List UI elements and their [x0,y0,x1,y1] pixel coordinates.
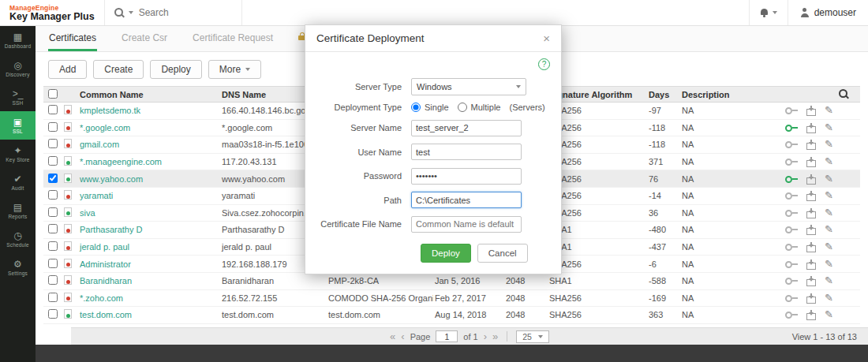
common-name-link[interactable]: Baranidharan [80,276,132,285]
edit-icon[interactable] [825,294,833,302]
create-button[interactable]: Create [93,60,144,79]
sidebar-item-dashboard[interactable]: ▦ Dashboard [0,26,36,54]
notifications-menu[interactable] [749,0,788,25]
sidebar-item-audit[interactable]: ✔ Audit [0,168,36,196]
single-radio[interactable] [411,103,421,112]
key-icon[interactable] [785,124,798,132]
sidebar-item-settings[interactable]: ⚙ Settings [0,253,36,282]
sidebar-item-schedule[interactable]: ◷ Schedule [0,225,36,253]
edit-icon[interactable] [825,243,833,251]
first-page-icon[interactable] [390,331,395,341]
row-checkbox[interactable] [48,122,58,132]
common-name-link[interactable]: *.zoho.com [80,293,123,303]
deploy-icon[interactable] [806,160,816,167]
page-size-select[interactable]: 25 [516,330,549,343]
row-checkbox[interactable] [48,207,58,217]
edit-icon[interactable] [825,124,833,132]
row-checkbox[interactable] [48,309,58,319]
deploy-icon[interactable] [806,297,816,304]
key-icon[interactable] [785,158,798,166]
row-checkbox[interactable] [48,259,58,268]
row-checkbox[interactable] [48,139,58,148]
sidebar-item-ssh[interactable]: >_ SSH [0,83,36,111]
sidebar-item-ssl[interactable]: ▣ SSL [0,111,36,140]
next-page-icon[interactable] [484,331,487,341]
column-days[interactable]: Days [647,90,680,99]
common-name-link[interactable]: kmpletsdemo.tk [80,106,140,115]
column-common-name[interactable]: Common Name [78,90,220,99]
common-name-link[interactable]: test.dom.com [80,310,132,319]
sidebar-item-discovery[interactable]: ◎ Discovery [0,54,36,83]
edit-icon[interactable] [825,140,833,148]
row-checkbox[interactable] [48,241,58,251]
more-button[interactable]: More [208,60,261,79]
search-icon[interactable] [114,8,125,18]
key-icon[interactable] [785,294,798,302]
key-icon[interactable] [785,175,798,183]
deploy-button[interactable]: Deploy [150,60,201,79]
deploy-icon[interactable] [806,313,816,320]
tab-create-csr[interactable]: Create Csr [121,26,168,51]
table-row[interactable]: Baranidharan Baranidharan PMP-2k8-CA Jan… [43,273,860,290]
common-name-link[interactable]: gmail.com [80,140,119,149]
key-icon[interactable] [785,243,798,251]
modal-deploy-button[interactable]: Deploy [421,244,471,263]
deploy-icon[interactable] [806,211,816,218]
edit-icon[interactable] [825,192,833,200]
common-name-link[interactable]: yaramati [80,191,113,200]
deploy-icon[interactable] [806,279,816,286]
key-icon[interactable] [785,311,798,319]
key-icon[interactable] [785,209,798,217]
table-search-icon[interactable] [839,89,849,99]
select-all-checkbox[interactable] [48,89,58,99]
deploy-icon[interactable] [806,177,816,185]
user-name-input[interactable] [411,144,522,160]
row-checkbox[interactable] [48,105,58,114]
deploy-icon[interactable] [806,143,816,150]
close-icon[interactable]: × [543,32,550,45]
key-icon[interactable] [785,226,798,233]
sidebar-item-reports[interactable]: ▤ Reports [0,196,36,225]
edit-icon[interactable] [825,158,833,166]
edit-icon[interactable] [825,175,833,183]
edit-icon[interactable] [825,226,833,233]
table-row[interactable]: *.zoho.com 216.52.72.155 COMODO SHA-256 … [43,290,860,308]
key-icon[interactable] [785,260,798,268]
table-row[interactable]: test.dom.com test.dom.com test.dom.com A… [43,307,860,324]
tab-certificates[interactable]: Certificates [48,26,97,51]
search-input[interactable] [137,6,220,19]
key-icon[interactable] [785,140,798,148]
key-icon[interactable] [785,277,798,285]
deploy-icon[interactable] [806,263,816,270]
key-icon[interactable] [785,192,798,200]
row-checkbox[interactable] [48,275,58,285]
brand-logo[interactable]: ManageEngine Key Manager Plus [0,3,104,22]
row-checkbox[interactable] [48,190,58,200]
common-name-link[interactable]: *.google.com [80,123,130,132]
column-signature-algorithm[interactable]: Signature Algorithm [548,90,647,99]
path-input[interactable] [411,192,522,208]
row-checkbox[interactable] [48,156,58,166]
column-description[interactable]: Description [680,90,765,99]
user-menu[interactable]: demouser [788,0,868,25]
deploy-icon[interactable] [806,109,816,116]
edit-icon[interactable] [825,209,833,217]
multiple-radio[interactable] [458,103,467,112]
common-name-link[interactable]: www.yahoo.com [80,174,143,184]
deploy-icon[interactable] [806,228,816,235]
certificate-file-name-input[interactable] [411,216,522,233]
sidebar-item-key-store[interactable]: ✦ Key Store [0,140,36,168]
edit-icon[interactable] [825,260,833,268]
prev-page-icon[interactable] [401,331,404,341]
search-scope-caret-icon[interactable] [129,11,133,14]
row-checkbox[interactable] [48,293,58,302]
common-name-link[interactable]: Administrator [80,259,131,269]
row-checkbox[interactable] [48,174,58,183]
page-number-input[interactable] [436,330,458,342]
key-icon[interactable] [785,106,798,114]
server-name-input[interactable] [411,120,522,136]
help-icon[interactable]: ? [538,58,550,70]
edit-icon[interactable] [825,311,833,319]
server-type-select[interactable]: Windows [411,78,526,95]
add-button[interactable]: Add [48,60,87,79]
